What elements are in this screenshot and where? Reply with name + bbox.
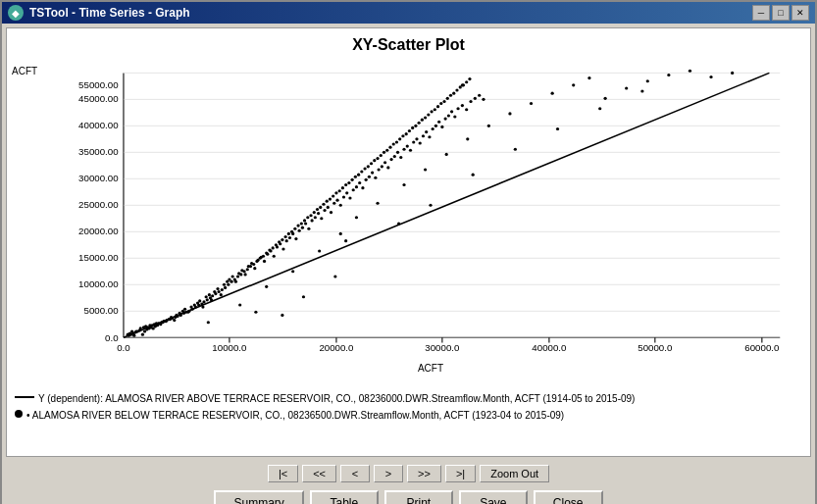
svg-text:40000.00: 40000.00: [78, 121, 118, 131]
svg-point-259: [319, 206, 322, 209]
svg-point-145: [443, 118, 446, 121]
svg-point-129: [393, 155, 396, 158]
nav-buttons-row: |< << < > >> >| Zoom Out: [6, 465, 811, 482]
svg-point-161: [397, 222, 400, 225]
svg-text:30000.00: 30000.00: [78, 174, 118, 184]
legend-label-2: • ALAMOSA RIVER BELOW TERRACE RESERVOIR,…: [26, 408, 564, 423]
svg-point-174: [339, 232, 342, 235]
svg-point-190: [667, 74, 670, 76]
close-action-button[interactable]: Close: [534, 490, 603, 504]
svg-point-257: [313, 211, 316, 214]
svg-point-138: [422, 134, 425, 137]
svg-point-99: [298, 229, 301, 232]
svg-text:20000.00: 20000.00: [78, 227, 118, 237]
svg-point-192: [709, 76, 712, 78]
svg-point-297: [439, 102, 442, 105]
chart-area: XY-Scatter Plot ACFT 0.0 5000.00: [6, 27, 811, 457]
svg-point-122: [371, 172, 374, 175]
summary-button[interactable]: Summary: [214, 490, 303, 504]
svg-point-209: [166, 319, 169, 322]
svg-point-170: [238, 303, 241, 306]
svg-point-178: [424, 168, 427, 171]
svg-point-235: [242, 270, 245, 273]
svg-point-117: [355, 185, 358, 188]
svg-point-258: [316, 208, 319, 211]
svg-point-267: [344, 183, 347, 186]
svg-point-111: [335, 199, 338, 202]
svg-point-285: [401, 134, 404, 137]
svg-point-112: [339, 204, 342, 207]
svg-point-198: [139, 327, 142, 329]
svg-point-249: [287, 232, 290, 235]
svg-point-176: [376, 202, 379, 205]
last-button[interactable]: >|: [445, 465, 476, 482]
y-axis-label: ACFT: [12, 66, 37, 76]
svg-point-104: [314, 216, 317, 219]
main-window: ◆ TSTool - Time Series - Graph ─ □ ✕ XY-…: [0, 0, 817, 504]
next-button[interactable]: >: [374, 465, 403, 482]
svg-point-147: [450, 110, 453, 113]
svg-point-88: [263, 260, 266, 263]
svg-point-299: [446, 97, 449, 100]
content-area: XY-Scatter Plot ACFT 0.0 5000.00: [2, 24, 815, 504]
svg-point-273: [363, 167, 366, 170]
svg-point-275: [370, 162, 373, 165]
svg-point-148: [453, 115, 456, 118]
svg-point-143: [437, 121, 440, 124]
svg-point-180: [466, 137, 469, 140]
action-buttons-row: Summary Table Print Save Close: [6, 490, 811, 504]
svg-point-239: [255, 260, 258, 263]
svg-text:45000.00: 45000.00: [78, 94, 118, 105]
svg-point-175: [355, 216, 358, 219]
svg-point-271: [357, 174, 360, 176]
next-many-button[interactable]: >>: [407, 465, 441, 482]
svg-point-216: [184, 311, 187, 314]
prev-button[interactable]: <: [340, 465, 370, 482]
svg-point-135: [412, 140, 415, 143]
maximize-button[interactable]: □: [772, 5, 790, 21]
svg-point-306: [468, 77, 471, 80]
svg-point-101: [304, 222, 307, 225]
svg-point-266: [341, 186, 344, 189]
svg-point-248: [284, 235, 287, 238]
svg-point-98: [294, 237, 297, 240]
svg-point-125: [381, 165, 383, 168]
svg-point-220: [197, 303, 200, 306]
svg-text:20000.0: 20000.0: [319, 342, 353, 353]
save-button[interactable]: Save: [459, 490, 528, 504]
svg-point-105: [317, 212, 320, 215]
prev-many-button[interactable]: <<: [302, 465, 336, 482]
svg-point-214: [179, 314, 182, 317]
svg-point-44: [132, 334, 135, 337]
svg-point-109: [330, 211, 332, 214]
svg-point-264: [334, 191, 337, 194]
svg-point-149: [456, 107, 459, 110]
svg-point-116: [352, 188, 355, 191]
minimize-button[interactable]: ─: [752, 5, 770, 21]
print-button[interactable]: Print: [384, 490, 453, 504]
svg-text:30000.0: 30000.0: [425, 342, 459, 353]
svg-point-140: [428, 135, 431, 138]
svg-point-269: [351, 178, 354, 181]
svg-point-151: [465, 108, 468, 111]
chart-title: XY-Scatter Plot: [7, 28, 810, 58]
svg-point-240: [259, 257, 262, 260]
zoom-out-button[interactable]: Zoom Out: [480, 465, 549, 482]
svg-point-159: [333, 275, 336, 277]
svg-point-233: [236, 275, 239, 277]
svg-point-261: [326, 200, 329, 203]
table-button[interactable]: Table: [310, 490, 379, 504]
svg-point-196: [130, 329, 133, 332]
svg-point-206: [157, 322, 160, 325]
first-button[interactable]: |<: [268, 465, 298, 482]
svg-point-263: [332, 194, 334, 197]
svg-point-280: [385, 149, 388, 152]
svg-point-113: [342, 195, 345, 198]
close-button[interactable]: ✕: [791, 5, 809, 21]
svg-point-253: [300, 222, 303, 225]
svg-point-302: [455, 88, 458, 91]
svg-point-165: [556, 127, 559, 130]
svg-point-245: [275, 243, 278, 246]
svg-point-133: [406, 145, 409, 148]
svg-point-288: [411, 126, 414, 129]
